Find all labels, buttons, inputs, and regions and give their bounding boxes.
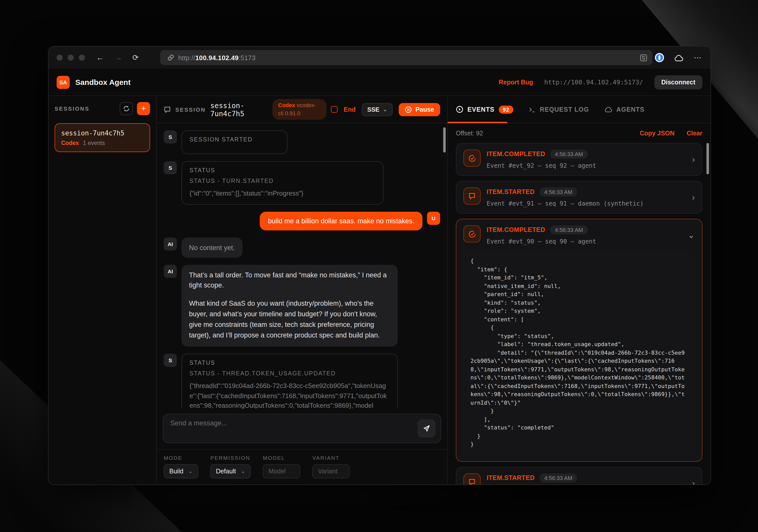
password-manager-icon[interactable]	[655, 53, 664, 62]
model-label: MODEL	[263, 455, 300, 461]
events-list: ITEM.COMPLETED 4:56:33 AM Event #evt_92 …	[448, 142, 710, 484]
ai-paragraph: That’s a tall order. To move fast and “m…	[189, 270, 390, 291]
message-title: STATUS	[190, 360, 390, 366]
chevron-right-icon[interactable]: ›	[692, 193, 695, 202]
composer-settings: MODE Build ⌄ PERMISSION Default ⌄	[157, 449, 447, 484]
session-agent-badge: Codex	[61, 140, 79, 146]
events-panel: EVENTS 92 REQUEST LOG AGENTS	[448, 96, 710, 484]
events-scrollbar[interactable]	[706, 143, 709, 174]
event-time: 4:56:33 AM	[540, 187, 577, 197]
avatar: AI	[164, 264, 177, 278]
chevron-right-icon[interactable]: ›	[692, 155, 695, 164]
browser-toolbar: ← → ⟳ http://100.94.102.49:5173	[49, 47, 710, 69]
mode-select[interactable]: Build ⌄	[164, 464, 198, 479]
check-circle-icon	[464, 150, 481, 167]
window-controls	[56, 54, 85, 61]
session-label: SESSION	[175, 106, 206, 113]
tab-events[interactable]: EVENTS 92	[456, 105, 513, 114]
chevron-down-icon: ⌄	[383, 107, 387, 112]
send-button[interactable]	[417, 419, 435, 438]
message-subtitle: STATUS - THREAD.TOKEN_USAGE.UPDATED	[190, 370, 390, 376]
event-card[interactable]: ITEM.STARTED 4:56:33 AM Event #evt_91 – …	[456, 181, 703, 214]
address-bar[interactable]: http://100.94.102.49:5173	[160, 50, 652, 65]
chat-bubble-icon	[464, 187, 481, 205]
chat-message-session-started: S SESSION STARTED	[164, 130, 440, 154]
refresh-sessions-button[interactable]	[120, 102, 133, 115]
avatar: U	[427, 212, 440, 224]
play-circle-icon	[456, 106, 464, 113]
check-circle-icon	[464, 225, 481, 243]
chat-message-status-turn-started: S STATUS STATUS - TURN.STARTED {"id":"0"…	[164, 161, 440, 204]
chat-message-user: build me a billion dollar saas. make no …	[164, 212, 440, 230]
app-header: SA Sandbox Agent Report Bug http://100.9…	[49, 69, 710, 96]
session-events-count: 1 events	[83, 140, 105, 146]
toolbar-extensions: ⋯	[655, 53, 703, 62]
browser-menu-icon[interactable]: ⋯	[694, 53, 703, 62]
event-time: 4:56:33 AM	[550, 150, 587, 159]
server-url: http://100.94.102.49:5173/	[544, 78, 643, 86]
event-type: ITEM.COMPLETED	[487, 226, 545, 233]
session-id: session-7un4c7h5	[210, 101, 268, 117]
permission-select[interactable]: Default ⌄	[210, 464, 251, 479]
chat-bubble-icon	[464, 473, 481, 484]
event-card[interactable]: ITEM.COMPLETED 4:56:33 AM Event #evt_92 …	[456, 143, 703, 176]
active-tab-indicator	[448, 122, 507, 123]
permission-label: PERMISSION	[210, 455, 251, 461]
chat-bubble-icon	[164, 106, 171, 113]
paper-plane-icon	[423, 424, 431, 432]
tab-request-log[interactable]: REQUEST LOG	[529, 106, 589, 113]
chat-message-list: S SESSION STARTED S STATUS STATUS - TURN…	[157, 123, 447, 409]
link-icon	[167, 54, 174, 61]
event-card[interactable]: ITEM.STARTED 4:56:33 AM Event #evt_89 – …	[456, 467, 703, 484]
clear-events-button[interactable]: Clear	[686, 130, 703, 137]
event-type: ITEM.COMPLETED	[487, 150, 545, 158]
chevron-down-icon[interactable]: ⌄	[688, 231, 695, 240]
browser-nav: ← → ⟳	[96, 53, 139, 62]
terminal-icon	[529, 106, 536, 113]
app-title: Sandbox Agent	[75, 78, 131, 86]
model-input[interactable]	[263, 464, 300, 479]
events-count-badge: 92	[499, 105, 513, 114]
message-subtitle: STATUS - TURN.STARTED	[190, 178, 375, 184]
back-icon[interactable]: ←	[96, 53, 104, 62]
reader-panel-icon[interactable]	[639, 54, 647, 61]
events-tab-bar: EVENTS 92 REQUEST LOG AGENTS	[448, 96, 710, 123]
cloud-icon[interactable]	[674, 54, 684, 61]
avatar: S	[164, 354, 177, 367]
event-type: ITEM.STARTED	[487, 188, 534, 195]
chevron-down-icon: ⌄	[241, 469, 245, 474]
app-logo: SA	[56, 76, 70, 89]
events-offset: Offset: 92	[456, 130, 483, 137]
transport-select[interactable]: SSE ⌄	[362, 103, 393, 116]
end-label: End	[344, 106, 356, 113]
message-title: STATUS	[190, 167, 375, 173]
chevron-down-icon: ⌄	[189, 469, 193, 474]
message-input[interactable]	[170, 419, 417, 438]
ai-paragraph: What kind of SaaS do you want (industry/…	[189, 299, 390, 341]
chat-message-status-token-usage: S STATUS STATUS - THREAD.TOKEN_USAGE.UPD…	[164, 354, 440, 409]
close-window-button[interactable]	[56, 54, 63, 61]
disconnect-button[interactable]: Disconnect	[654, 75, 703, 89]
copy-json-button[interactable]: Copy JSON	[640, 130, 674, 137]
user-message-bubble: build me a billion dollar saas. make no …	[260, 212, 423, 230]
maximize-window-button[interactable]	[79, 54, 85, 61]
session-list-item[interactable]: session-7un4c7h5 Codex 1 events	[54, 123, 150, 152]
url-text: http://100.94.102.49:5173	[178, 54, 256, 61]
end-checkbox[interactable]	[331, 106, 337, 113]
report-bug-link[interactable]: Report Bug	[499, 79, 533, 85]
avatar: S	[164, 161, 177, 174]
tab-agents[interactable]: AGENTS	[604, 106, 644, 113]
desktop-background: ← → ⟳ http://100.94.102.49:5173	[0, 0, 758, 532]
variant-input[interactable]	[312, 464, 350, 479]
chat-scrollbar[interactable]	[443, 127, 446, 152]
forward-icon[interactable]: →	[114, 53, 122, 62]
minimize-window-button[interactable]	[68, 54, 74, 61]
avatar: AI	[164, 237, 177, 250]
event-card-expanded[interactable]: ITEM.COMPLETED 4:56:33 AM Event #evt_90 …	[456, 219, 703, 461]
variant-label: VARIANT	[312, 455, 350, 461]
event-type: ITEM.STARTED	[487, 474, 534, 481]
reload-icon[interactable]: ⟳	[132, 53, 139, 62]
chevron-right-icon[interactable]: ›	[692, 479, 695, 484]
new-session-button[interactable]: +	[137, 102, 150, 115]
pause-button[interactable]: Pause	[399, 103, 440, 116]
